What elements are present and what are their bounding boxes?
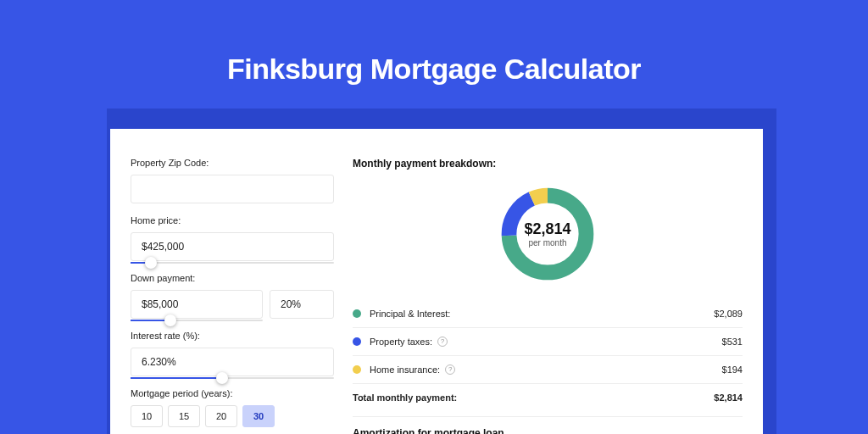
page-title: Finksburg Mortgage Calculator [0, 0, 868, 86]
slider-thumb-icon[interactable] [164, 314, 176, 326]
down-payment-amount-input[interactable] [131, 290, 263, 319]
legend-dot-icon [353, 337, 361, 346]
calculator-panel: Property Zip Code: Home price: Down paym… [110, 129, 763, 434]
total-value: $2,814 [714, 392, 743, 403]
home-price-slider[interactable] [131, 262, 334, 264]
down-payment-label: Down payment: [131, 273, 334, 283]
zip-label: Property Zip Code: [131, 158, 334, 168]
down-payment-field: Down payment: [131, 273, 334, 319]
donut-sub: per month [528, 238, 566, 248]
zip-input[interactable] [131, 175, 334, 203]
breakdown-title: Monthly payment breakdown: [353, 158, 743, 170]
legend-label: Principal & Interest: [370, 309, 714, 319]
zip-field: Property Zip Code: [131, 158, 334, 203]
period-button-30[interactable]: 30 [242, 405, 275, 427]
legend-row: Principal & Interest:$2,089 [353, 300, 743, 328]
donut-chart: $2,814 per month [497, 183, 598, 285]
down-payment-slider[interactable] [131, 320, 263, 321]
help-icon[interactable]: ? [437, 337, 448, 347]
period-button-20[interactable]: 20 [205, 405, 237, 427]
interest-rate-input[interactable] [131, 348, 334, 376]
legend-label: Home insurance:? [370, 364, 722, 375]
home-price-label: Home price: [131, 215, 334, 225]
total-label: Total monthly payment: [353, 392, 714, 403]
legend-value: $531 [722, 337, 743, 347]
donut-amount: $2,814 [524, 220, 570, 238]
down-payment-pct-input[interactable] [270, 290, 334, 319]
legend-value: $194 [722, 364, 743, 375]
legend-dot-icon [353, 309, 361, 318]
slider-thumb-icon[interactable] [216, 372, 228, 384]
period-button-15[interactable]: 15 [168, 405, 200, 427]
period-field: Mortgage period (years): 10152030 [131, 388, 334, 427]
breakdown-column: Monthly payment breakdown: $2,814 per mo… [353, 158, 743, 434]
home-price-input[interactable] [131, 232, 334, 261]
interest-rate-slider[interactable] [131, 377, 334, 379]
home-price-field: Home price: [131, 215, 334, 261]
legend-dot-icon [353, 365, 361, 374]
period-button-10[interactable]: 10 [131, 405, 163, 427]
total-row: Total monthly payment: $2,814 [353, 384, 743, 411]
legend-row: Home insurance:?$194 [353, 356, 743, 384]
amortization-title: Amortization for mortgage loan [353, 416, 743, 434]
form-column: Property Zip Code: Home price: Down paym… [131, 158, 334, 434]
help-icon[interactable]: ? [445, 364, 455, 375]
interest-rate-field: Interest rate (%): [131, 331, 334, 376]
legend-row: Property taxes:?$531 [353, 328, 743, 356]
legend-value: $2,089 [714, 309, 743, 319]
period-label: Mortgage period (years): [131, 388, 334, 398]
legend-label: Property taxes:? [370, 337, 722, 347]
interest-rate-label: Interest rate (%): [131, 331, 334, 341]
slider-thumb-icon[interactable] [145, 257, 157, 269]
